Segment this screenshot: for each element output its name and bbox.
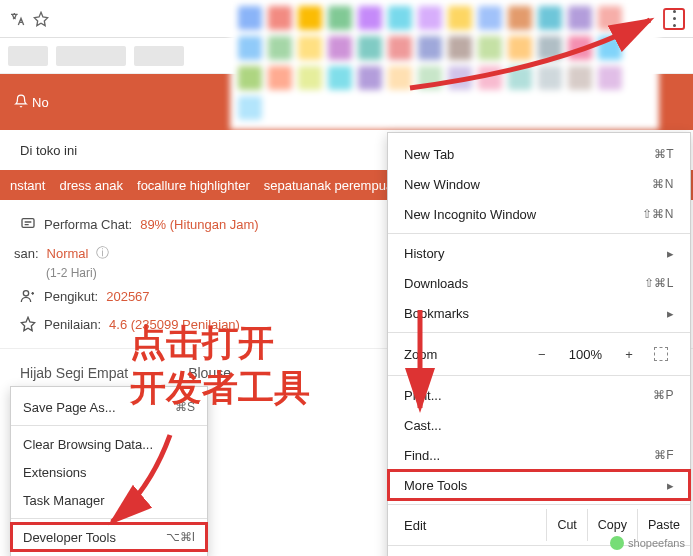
svg-rect-0 (22, 219, 34, 228)
tag-item[interactable]: dress anak (59, 178, 123, 193)
chevron-right-icon: ▸ (667, 306, 674, 321)
menu-new-tab[interactable]: New Tab ⌘T (388, 139, 690, 169)
menu-more-tools[interactable]: More Tools ▸ (388, 470, 690, 500)
wechat-icon (610, 536, 624, 550)
zoom-out-button[interactable]: − (529, 343, 555, 365)
submenu-clear-data[interactable]: Clear Browsing Data... (11, 430, 207, 458)
fullscreen-icon[interactable] (648, 343, 674, 365)
zoom-in-button[interactable]: + (616, 343, 642, 365)
bell-icon (14, 94, 28, 111)
translate-icon[interactable] (8, 10, 26, 28)
menu-history[interactable]: History ▸ (388, 238, 690, 268)
help-icon[interactable]: ⓘ (96, 244, 109, 262)
chevron-right-icon: ▸ (667, 246, 674, 261)
submenu-developer-tools[interactable]: Developer Tools ⌥⌘I (11, 523, 207, 551)
menu-settings[interactable]: Settings ⌘, (388, 550, 690, 556)
san-value: Normal (47, 246, 89, 261)
menu-print[interactable]: Print... ⌘P (388, 380, 690, 410)
rating-label: Penilaian: (44, 317, 101, 332)
submenu-task-manager[interactable]: Task Manager (11, 486, 207, 514)
chat-label: Performa Chat: (44, 217, 132, 232)
tag-item[interactable]: nstant (10, 178, 45, 193)
menu-cast[interactable]: Cast... (388, 410, 690, 440)
edit-cut-button[interactable]: Cut (546, 509, 586, 541)
zoom-value: 100% (569, 347, 602, 362)
submenu-extensions[interactable]: Extensions (11, 458, 207, 486)
chat-value: 89% (Hitungan Jam) (140, 217, 259, 232)
watermark: shopeefans (610, 536, 685, 550)
tab-blouse[interactable]: Blouse (188, 365, 231, 381)
chevron-right-icon: ▸ (667, 478, 674, 493)
search-scope-label[interactable]: Di toko ini (20, 143, 77, 158)
user-icon (20, 288, 36, 304)
notification-label: No (32, 95, 49, 110)
follow-label: Pengikut: (44, 289, 98, 304)
san-sub: (1-2 Hari) (46, 266, 97, 280)
kebab-menu-icon[interactable] (663, 8, 685, 30)
chrome-main-menu: New Tab ⌘T New Window ⌘N New Incognito W… (387, 132, 691, 556)
chat-icon (20, 216, 36, 232)
rating-value: 4.6 (235099 Penilaian) (109, 317, 240, 332)
menu-bookmarks[interactable]: Bookmarks ▸ (388, 298, 690, 328)
tab-hijab[interactable]: Hijab Segi Empat (20, 365, 128, 381)
more-tools-submenu: Save Page As... ⌘S Clear Browsing Data..… (10, 386, 208, 556)
submenu-save-page[interactable]: Save Page As... ⌘S (11, 393, 207, 421)
svg-point-1 (23, 291, 28, 296)
menu-zoom-row: Zoom − 100% + (388, 337, 690, 371)
menu-find[interactable]: Find... ⌘F (388, 440, 690, 470)
star-outline-icon (20, 316, 36, 332)
tag-item[interactable]: focallure highlighter (137, 178, 250, 193)
menu-incognito[interactable]: New Incognito Window ⇧⌘N (388, 199, 690, 229)
star-icon[interactable] (32, 10, 50, 28)
menu-new-window[interactable]: New Window ⌘N (388, 169, 690, 199)
menu-downloads[interactable]: Downloads ⇧⌘L (388, 268, 690, 298)
extension-icons-grid (230, 0, 659, 130)
follow-value: 202567 (106, 289, 149, 304)
tag-item[interactable]: sepatuanak perempuan (264, 178, 401, 193)
san-label: san: (14, 246, 39, 261)
